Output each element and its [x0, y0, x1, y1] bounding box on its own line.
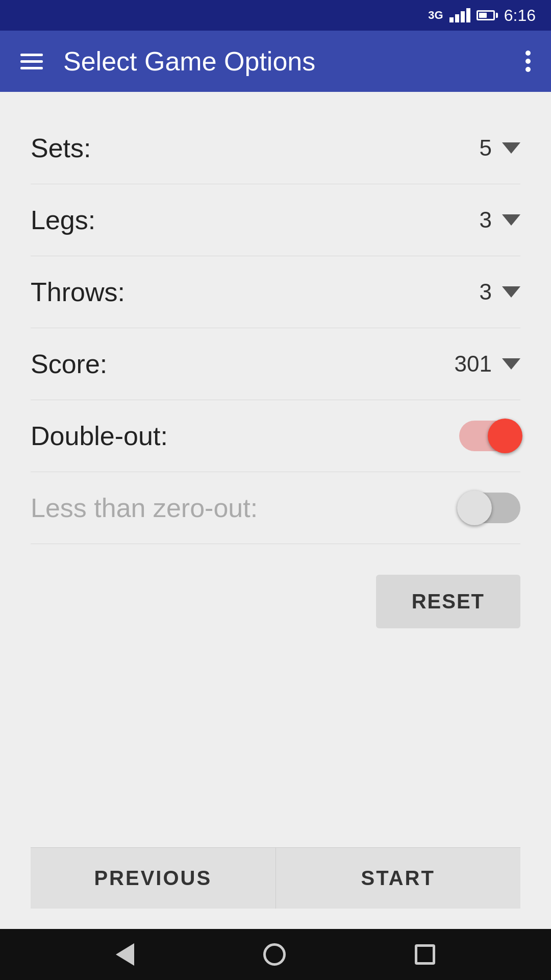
reset-container: RESET [31, 575, 520, 628]
throws-row: Throws: 3 [31, 256, 520, 328]
main-content: Sets: 5 Legs: 3 Throws: 3 Score: 301 Dou… [0, 92, 551, 929]
spacer [31, 628, 520, 847]
nav-bar [0, 929, 551, 980]
sets-label: Sets: [31, 133, 91, 163]
sets-dropdown[interactable]: 5 [480, 135, 520, 161]
less-than-zero-out-toggle-knob [457, 491, 492, 525]
score-row: Score: 301 [31, 328, 520, 400]
status-bar: 3G 6:16 [0, 0, 551, 31]
score-value: 301 [455, 351, 492, 377]
less-than-zero-out-row: Less than zero-out: [31, 472, 520, 544]
score-chevron-down-icon [502, 358, 520, 370]
double-out-label: Double-out: [31, 421, 168, 451]
score-dropdown[interactable]: 301 [455, 351, 520, 377]
legs-dropdown[interactable]: 3 [480, 207, 520, 233]
double-out-toggle-container [459, 421, 520, 451]
sets-row: Sets: 5 [31, 112, 520, 184]
double-out-toggle-knob [488, 419, 522, 453]
less-than-zero-out-toggle[interactable] [459, 493, 520, 523]
legs-chevron-down-icon [502, 214, 520, 226]
sets-value: 5 [480, 135, 492, 161]
battery-icon [477, 10, 498, 20]
legs-label: Legs: [31, 205, 95, 235]
score-label: Score: [31, 349, 107, 379]
previous-button[interactable]: PREVIOUS [31, 848, 276, 909]
throws-label: Throws: [31, 277, 125, 307]
nav-home-icon[interactable] [263, 943, 286, 966]
signal-type: 3G [428, 9, 443, 22]
menu-icon[interactable] [20, 54, 43, 69]
less-than-zero-out-toggle-container [459, 493, 520, 523]
legs-row: Legs: 3 [31, 184, 520, 256]
status-time: 6:16 [504, 6, 536, 25]
double-out-row: Double-out: [31, 400, 520, 472]
bottom-buttons: PREVIOUS START [31, 847, 520, 909]
page-title: Select Game Options [63, 46, 505, 77]
legs-value: 3 [480, 207, 492, 233]
more-options-icon[interactable] [525, 51, 531, 72]
nav-back-icon[interactable] [116, 943, 134, 966]
throws-dropdown[interactable]: 3 [480, 279, 520, 305]
reset-button[interactable]: RESET [376, 575, 520, 628]
signal-bars [449, 8, 470, 22]
nav-recent-icon[interactable] [415, 944, 435, 965]
app-bar: Select Game Options [0, 31, 551, 92]
double-out-toggle[interactable] [459, 421, 520, 451]
less-than-zero-out-label: Less than zero-out: [31, 493, 258, 523]
throws-value: 3 [480, 279, 492, 305]
throws-chevron-down-icon [502, 286, 520, 298]
status-icons: 3G 6:16 [428, 6, 536, 25]
sets-chevron-down-icon [502, 142, 520, 154]
start-button[interactable]: START [276, 848, 521, 909]
